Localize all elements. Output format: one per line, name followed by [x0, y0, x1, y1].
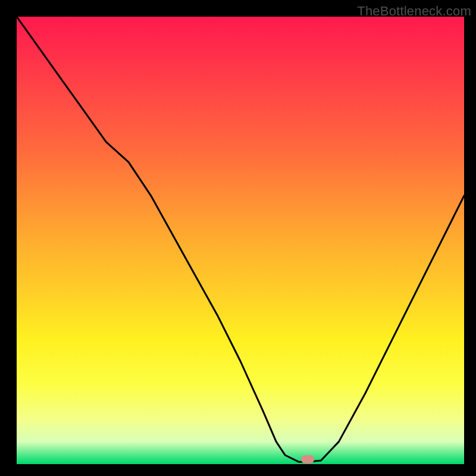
watermark-text: TheBottleneck.com: [357, 4, 471, 19]
chart-frame: TheBottleneck.com: [0, 0, 476, 476]
bottleneck-curve: [17, 17, 464, 462]
plot-area: [17, 17, 464, 464]
chart-svg: [17, 17, 464, 464]
result-marker: [301, 455, 314, 464]
